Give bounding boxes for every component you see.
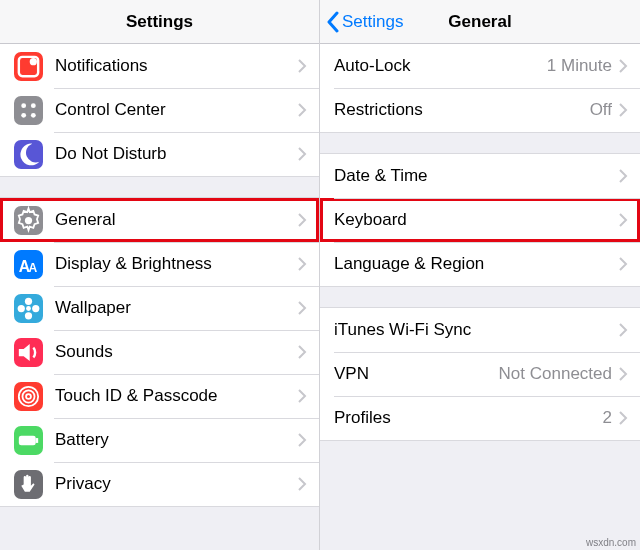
svg-point-16 xyxy=(26,394,31,399)
svg-point-1 xyxy=(30,58,37,65)
row-language-region[interactable]: Language & Region xyxy=(320,242,640,286)
svg-rect-17 xyxy=(19,435,36,445)
row-auto-lock[interactable]: Auto-Lock 1 Minute xyxy=(320,44,640,88)
row-label: Restrictions xyxy=(334,100,590,120)
row-general[interactable]: General xyxy=(0,198,319,242)
section-gap xyxy=(320,287,640,307)
row-label: Battery xyxy=(55,430,297,450)
row-label: Privacy xyxy=(55,474,297,494)
back-label: Settings xyxy=(342,12,403,32)
row-label: Control Center xyxy=(55,100,297,120)
chevron-right-icon xyxy=(618,212,628,228)
svg-point-12 xyxy=(18,304,25,311)
row-display-brightness[interactable]: AA Display & Brightness xyxy=(0,242,319,286)
svg-point-11 xyxy=(25,312,32,319)
svg-point-6 xyxy=(25,216,32,223)
chevron-right-icon xyxy=(297,212,307,228)
settings-list-group2: General AA Display & Brightness Wallpape… xyxy=(0,197,319,507)
row-label: Wallpaper xyxy=(55,298,297,318)
row-label: iTunes Wi-Fi Sync xyxy=(334,320,618,340)
moon-icon xyxy=(14,140,43,169)
chevron-right-icon xyxy=(618,410,628,426)
chevron-right-icon xyxy=(618,256,628,272)
svg-point-15 xyxy=(22,390,34,402)
row-profiles[interactable]: Profiles 2 xyxy=(320,396,640,440)
fingerprint-icon xyxy=(14,382,43,411)
general-group2: Date & Time Keyboard Language & Region xyxy=(320,153,640,287)
chevron-right-icon xyxy=(618,168,628,184)
chevron-right-icon xyxy=(297,388,307,404)
row-label: VPN xyxy=(334,364,499,384)
row-vpn[interactable]: VPN Not Connected xyxy=(320,352,640,396)
chevron-right-icon xyxy=(618,322,628,338)
chevron-right-icon xyxy=(297,432,307,448)
row-label: Display & Brightness xyxy=(55,254,297,274)
section-gap xyxy=(0,177,319,197)
chevron-right-icon xyxy=(297,476,307,492)
flower-icon xyxy=(14,294,43,323)
general-group3: iTunes Wi-Fi Sync VPN Not Connected Prof… xyxy=(320,307,640,441)
row-do-not-disturb[interactable]: Do Not Disturb xyxy=(0,132,319,176)
row-restrictions[interactable]: Restrictions Off xyxy=(320,88,640,132)
back-button[interactable]: Settings xyxy=(320,11,403,33)
row-label: Auto-Lock xyxy=(334,56,547,76)
row-itunes-wifi-sync[interactable]: iTunes Wi-Fi Sync xyxy=(320,308,640,352)
display-icon: AA xyxy=(14,250,43,279)
row-wallpaper[interactable]: Wallpaper xyxy=(0,286,319,330)
settings-list-group1: Notifications Control Center Do Not Dist… xyxy=(0,44,319,177)
chevron-right-icon xyxy=(297,300,307,316)
chevron-right-icon xyxy=(297,344,307,360)
watermark: wsxdn.com xyxy=(586,537,636,548)
svg-point-2 xyxy=(21,103,26,108)
row-label: General xyxy=(55,210,297,230)
row-label: Date & Time xyxy=(334,166,618,186)
control-center-icon xyxy=(14,96,43,125)
row-touch-id-passcode[interactable]: Touch ID & Passcode xyxy=(0,374,319,418)
general-screen: Settings General Auto-Lock 1 Minute Rest… xyxy=(320,0,640,550)
row-value: 2 xyxy=(603,408,612,428)
svg-point-5 xyxy=(31,112,36,117)
row-privacy[interactable]: Privacy xyxy=(0,462,319,506)
row-label: Language & Region xyxy=(334,254,618,274)
chevron-right-icon xyxy=(618,366,628,382)
chevron-right-icon xyxy=(297,146,307,162)
svg-rect-18 xyxy=(36,438,38,443)
gear-icon xyxy=(14,206,43,235)
battery-icon xyxy=(14,426,43,455)
row-battery[interactable]: Battery xyxy=(0,418,319,462)
screenshot-stage: Settings Notifications Control Center xyxy=(0,0,640,550)
row-sounds[interactable]: Sounds xyxy=(0,330,319,374)
row-label: Touch ID & Passcode xyxy=(55,386,297,406)
chevron-right-icon xyxy=(297,58,307,74)
row-control-center[interactable]: Control Center xyxy=(0,88,319,132)
settings-screen: Settings Notifications Control Center xyxy=(0,0,320,550)
row-label: Notifications xyxy=(55,56,297,76)
chevron-right-icon xyxy=(297,102,307,118)
chevron-right-icon xyxy=(297,256,307,272)
svg-point-10 xyxy=(25,297,32,304)
row-value: Not Connected xyxy=(499,364,612,384)
svg-text:A: A xyxy=(29,260,38,274)
row-keyboard[interactable]: Keyboard xyxy=(320,198,640,242)
section-gap xyxy=(320,133,640,153)
nav-bar: Settings xyxy=(0,0,319,44)
row-notifications[interactable]: Notifications xyxy=(0,44,319,88)
nav-bar: Settings General xyxy=(320,0,640,44)
nav-title: Settings xyxy=(0,12,319,32)
general-group1: Auto-Lock 1 Minute Restrictions Off xyxy=(320,44,640,133)
chevron-right-icon xyxy=(618,58,628,74)
chevron-right-icon xyxy=(618,102,628,118)
row-label: Profiles xyxy=(334,408,603,428)
notifications-icon xyxy=(14,52,43,81)
svg-point-4 xyxy=(21,112,26,117)
row-date-time[interactable]: Date & Time xyxy=(320,154,640,198)
svg-point-9 xyxy=(26,306,31,311)
row-label: Sounds xyxy=(55,342,297,362)
row-label: Keyboard xyxy=(334,210,618,230)
speaker-icon xyxy=(14,338,43,367)
row-value: 1 Minute xyxy=(547,56,612,76)
row-value: Off xyxy=(590,100,612,120)
row-label: Do Not Disturb xyxy=(55,144,297,164)
hand-icon xyxy=(14,470,43,499)
svg-point-3 xyxy=(31,103,36,108)
